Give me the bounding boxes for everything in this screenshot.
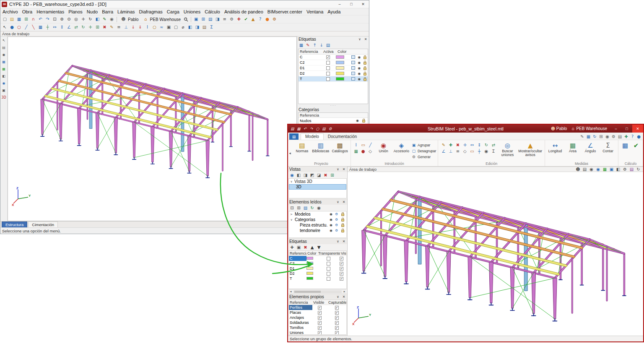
visible-checkbox[interactable]	[340, 267, 343, 271]
redo-icon[interactable]: ↷	[308, 127, 314, 131]
view-top-icon[interactable]: ◩	[309, 172, 315, 178]
menu-item[interactable]: Herramientas	[34, 9, 66, 14]
lock-icon[interactable]	[364, 68, 366, 70]
opciones-calculo-button[interactable]: ✔	[631, 141, 641, 150]
eye-icon[interactable]: ◉	[356, 72, 362, 76]
menu-item[interactable]: Ayuda	[325, 9, 343, 14]
search-icon[interactable]	[182, 16, 190, 23]
grid-green-icon[interactable]: ▦	[602, 166, 608, 172]
grid-icon[interactable]: ▦	[585, 133, 592, 140]
move-icon[interactable]: ✛	[87, 24, 94, 31]
collapse-icon[interactable]: ∨	[336, 167, 340, 171]
eye-icon[interactable]: ◉	[356, 61, 362, 65]
transparent-checkbox[interactable]	[327, 257, 330, 261]
mirror-icon[interactable]: ⇄	[490, 142, 497, 148]
rotate-icon[interactable]: ↻	[80, 24, 87, 31]
lock-icon[interactable]	[341, 219, 344, 222]
lock-icon[interactable]	[362, 120, 365, 122]
delete-label-icon[interactable]: ✖	[302, 244, 309, 250]
length-icon[interactable]: ↔	[51, 24, 58, 31]
ribbon-back-icon[interactable]: ◂	[288, 151, 292, 155]
collapse-icon[interactable]: ∨	[358, 37, 362, 41]
generar-button[interactable]: ⚙Generar	[411, 154, 436, 159]
spring-icon[interactable]: ≈	[158, 24, 165, 31]
move-down-icon[interactable]: ↓	[318, 42, 325, 49]
color-swatch[interactable]	[336, 72, 344, 75]
area-button[interactable]: ▦ Área	[564, 141, 581, 154]
print-icon[interactable]: ▤	[628, 166, 635, 172]
gear-icon[interactable]: ⚙	[334, 212, 339, 216]
element-type-row[interactable]: Tornillos	[289, 325, 346, 330]
edit-label-icon[interactable]: ✎	[305, 42, 311, 49]
collapse-icon[interactable]: ⊟	[289, 205, 295, 211]
refresh-icon[interactable]: ↻	[309, 205, 315, 211]
lock-icon[interactable]	[364, 57, 366, 59]
camera-icon[interactable]: ◉	[289, 172, 295, 178]
view-front-icon[interactable]: ◧	[187, 24, 194, 31]
refresh-icon[interactable]: ↻	[592, 133, 598, 140]
menu-item[interactable]: Láminas	[115, 9, 137, 14]
element-type-row[interactable]: Uniones	[289, 330, 346, 335]
rotate-icon[interactable]: ↻	[483, 142, 490, 148]
snap-icon[interactable]: ◇	[461, 148, 468, 154]
color-swatch[interactable]	[306, 257, 313, 260]
visible-checkbox[interactable]	[340, 257, 343, 261]
column-header[interactable]: Color	[306, 251, 317, 255]
scroll-right-icon[interactable]: ▸	[342, 290, 347, 293]
project-chip[interactable]: ⌂PEB Warehouse	[570, 125, 607, 132]
report-icon[interactable]: ▤	[617, 133, 623, 140]
profile-icon[interactable]: I	[144, 24, 151, 31]
bar-icon[interactable]: ╱	[367, 142, 374, 148]
save-icon[interactable]: ▦	[16, 16, 23, 23]
edit-icon[interactable]: ✎	[440, 142, 447, 148]
eye-icon[interactable]: ◉	[604, 133, 610, 140]
collapse-icon[interactable]: ∨	[336, 200, 340, 204]
close-panel-icon[interactable]: ✕	[342, 200, 346, 204]
zoom-out-icon[interactable]: ⊖	[65, 16, 73, 23]
menu-item[interactable]: Nudo	[85, 9, 100, 14]
move-down-icon[interactable]: ▼	[316, 244, 322, 250]
transparent-checkbox[interactable]	[327, 262, 330, 266]
mirror-icon[interactable]: ⇄	[73, 24, 80, 31]
delete-icon[interactable]: ✖	[101, 24, 108, 31]
gear-icon[interactable]: ⚙	[334, 218, 339, 222]
save-icon[interactable]: ▦	[296, 127, 302, 131]
calcular-button[interactable]: ▦	[620, 141, 630, 150]
scroll-thumb[interactable]	[294, 291, 321, 293]
zoom-window-icon[interactable]: ⊡	[51, 16, 58, 23]
visible-checkbox[interactable]	[340, 277, 343, 281]
capturable-checkbox[interactable]	[335, 311, 339, 315]
plus-icon[interactable]: ✚	[623, 133, 629, 140]
element-type-row[interactable]: Perfiles	[289, 305, 346, 310]
zoom-in-icon[interactable]: ⊕	[58, 16, 65, 23]
maximize-button[interactable]: □	[621, 125, 632, 133]
profile-icon[interactable]: I	[353, 142, 360, 148]
active-checkbox[interactable]	[326, 55, 330, 59]
capturable-checkbox[interactable]	[335, 316, 339, 320]
column-header[interactable]: Visible	[340, 251, 347, 255]
sum-icon[interactable]: Σ	[490, 148, 497, 154]
window-cascade-icon[interactable]: ▤	[207, 16, 214, 23]
eye-icon[interactable]: ◉	[355, 119, 360, 122]
column-header[interactable]: Referencia	[299, 50, 322, 54]
element-row[interactable]: tendonwire ◉ ⚙	[289, 228, 346, 233]
annotate-icon[interactable]: ✎	[579, 133, 585, 140]
label-row[interactable]: C ◉	[299, 55, 368, 60]
column-header[interactable]: Activa	[322, 50, 336, 54]
lock-icon[interactable]	[364, 62, 366, 65]
ungroup-icon[interactable]: ▢	[172, 24, 179, 31]
expand-icon[interactable]: ⊞	[296, 205, 302, 211]
target-icon[interactable]: ◉	[483, 148, 490, 154]
menu-item[interactable]: Carga	[165, 9, 182, 14]
cube-icon[interactable]	[351, 77, 355, 81]
eye-icon[interactable]: ◉	[316, 205, 322, 211]
menu-item[interactable]: Ventana	[304, 9, 325, 14]
capturable-checkbox[interactable]	[335, 326, 339, 330]
caret-icon[interactable]: >	[290, 213, 293, 216]
minimize-button[interactable]: –	[610, 125, 621, 133]
undo-icon[interactable]: ↶	[37, 16, 44, 23]
horizontal-scrollbar[interactable]: ◂ ▸	[288, 289, 347, 294]
bolt-icon[interactable]: ●	[360, 148, 367, 154]
menu-item[interactable]: Cálculo	[203, 9, 222, 14]
view-iso-icon[interactable]: ◪	[316, 172, 322, 178]
